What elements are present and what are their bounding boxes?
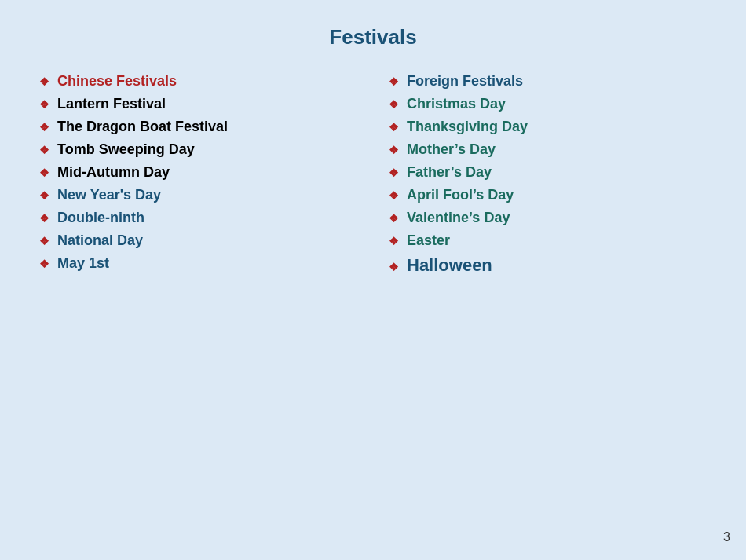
list-item: ❖ Mid-Autumn Day xyxy=(39,164,357,181)
list-item: ❖ Valentine’s Day xyxy=(389,210,707,226)
diamond-icon: ❖ xyxy=(39,121,49,134)
list-item: ❖ Tomb Sweeping Day xyxy=(39,141,357,158)
item-may-1st: May 1st xyxy=(57,255,109,272)
list-item: ❖ Chinese Festivals xyxy=(39,73,357,90)
item-tomb-sweeping: Tomb Sweeping Day xyxy=(57,141,195,158)
list-item: ❖ New Year's Day xyxy=(39,187,357,203)
list-item: ❖ April Fool’s Day xyxy=(389,187,707,203)
item-national-day: National Day xyxy=(57,232,143,249)
diamond-icon: ❖ xyxy=(389,167,399,179)
diamond-icon: ❖ xyxy=(39,75,49,88)
item-halloween: Halloween xyxy=(407,255,492,276)
item-christmas-day: Christmas Day xyxy=(407,96,506,112)
diamond-icon: ❖ xyxy=(39,98,49,111)
item-chinese-festivals: Chinese Festivals xyxy=(57,73,177,90)
page-title: Festivals xyxy=(0,0,746,49)
diamond-icon: ❖ xyxy=(389,235,399,247)
list-item: ❖ The Dragon Boat Festival xyxy=(39,119,357,135)
item-valentines-day: Valentine’s Day xyxy=(407,210,510,226)
diamond-icon: ❖ xyxy=(39,235,49,247)
page-number: 3 xyxy=(723,530,730,544)
diamond-icon: ❖ xyxy=(389,75,399,88)
diamond-icon: ❖ xyxy=(389,144,399,156)
diamond-icon: ❖ xyxy=(389,121,399,134)
item-double-ninth: Double-ninth xyxy=(57,210,144,226)
item-mothers-day: Mother’s Day xyxy=(407,141,496,158)
item-april-fools-day: April Fool’s Day xyxy=(407,187,514,203)
list-item: ❖ Father’s Day xyxy=(389,164,707,181)
diamond-icon: ❖ xyxy=(39,167,49,179)
list-item: ❖ Foreign Festivals xyxy=(389,73,707,90)
diamond-icon: ❖ xyxy=(389,261,399,273)
item-lantern-festival: Lantern Festival xyxy=(57,96,166,112)
item-thanksgiving-day: Thanksgiving Day xyxy=(407,119,528,135)
item-dragon-boat: The Dragon Boat Festival xyxy=(57,119,228,135)
diamond-icon: ❖ xyxy=(39,258,49,270)
item-mid-autumn: Mid-Autumn Day xyxy=(57,164,170,181)
item-foreign-festivals: Foreign Festivals xyxy=(407,73,523,90)
diamond-icon: ❖ xyxy=(39,212,49,225)
list-item: ❖ Double-ninth xyxy=(39,210,357,226)
list-item: ❖ Christmas Day xyxy=(389,96,707,112)
list-item: ❖ National Day xyxy=(39,232,357,249)
list-item: ❖ May 1st xyxy=(39,255,357,272)
item-new-years-day: New Year's Day xyxy=(57,187,161,203)
list-item: ❖ Lantern Festival xyxy=(39,96,357,112)
list-item: ❖ Thanksgiving Day xyxy=(389,119,707,135)
list-item: ❖ Mother’s Day xyxy=(389,141,707,158)
diamond-icon: ❖ xyxy=(389,98,399,111)
diamond-icon: ❖ xyxy=(39,189,49,202)
diamond-icon: ❖ xyxy=(389,212,399,225)
right-column: ❖ Foreign Festivals ❖ Christmas Day ❖ Th… xyxy=(373,65,722,290)
diamond-icon: ❖ xyxy=(389,189,399,202)
left-column: ❖ Chinese Festivals ❖ Lantern Festival ❖… xyxy=(24,65,373,290)
item-fathers-day: Father’s Day xyxy=(407,164,492,181)
list-item: ❖ Easter xyxy=(389,232,707,249)
diamond-icon: ❖ xyxy=(39,144,49,156)
list-item: ❖ Halloween xyxy=(389,255,707,276)
item-easter: Easter xyxy=(407,232,450,249)
